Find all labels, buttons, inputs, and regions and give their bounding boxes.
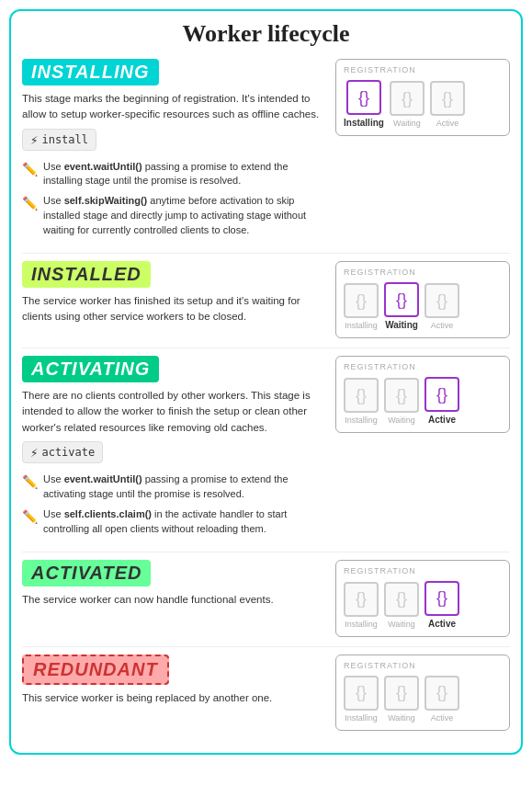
pencil-icon-1: ✏️ — [22, 160, 38, 178]
section-left-installing: INSTALLING This stage marks the beginnin… — [22, 59, 326, 244]
badge-activating: ACTIVATING — [22, 356, 159, 382]
tip-activating-2-text: Use self.clients.claim() in the activate… — [43, 507, 326, 537]
reg-item-label-waiting: Waiting — [393, 119, 421, 128]
tip-installing-2: ✏️ Use self.skipWaiting() anytime before… — [22, 194, 326, 238]
reg-item-label-activated-active: Active — [428, 619, 456, 629]
reg-item-label-redundant-installing: Installing — [345, 713, 378, 723]
reg-label-installed: REGISTRATION — [344, 268, 502, 277]
reg-icon-activating-active: {} — [424, 377, 459, 412]
reg-item-installing-2: {} Waiting — [390, 81, 424, 128]
desc-installed: The service worker has finished its setu… — [22, 293, 326, 325]
reg-icon-redundant-waiting: {} — [384, 676, 419, 711]
reg-icon-redundant-installing: {} — [344, 676, 379, 711]
reg-items-installed: {} Installing {} Waiting {} Active — [344, 282, 502, 330]
reg-item-installing-1: {} Installing — [344, 80, 384, 128]
reg-label-redundant: REGISTRATION — [344, 661, 502, 670]
reg-item-redundant-2: {} Waiting — [384, 676, 419, 723]
divider-2 — [22, 347, 510, 348]
reg-item-label-redundant-active: Active — [431, 713, 454, 723]
reg-icon-redundant-active: {} — [424, 676, 459, 711]
reg-item-label-activating-installing: Installing — [345, 416, 378, 425]
reg-item-label-installing: Installing — [344, 118, 384, 128]
badge-redundant: REDUNDANT — [22, 655, 169, 685]
reg-item-label-installed-installing: Installing — [345, 321, 378, 330]
reg-icon-installed-active: {} — [424, 283, 459, 318]
tip-activating-2: ✏️ Use self.clients.claim() in the activ… — [22, 507, 326, 537]
reg-item-activating-1: {} Installing — [344, 378, 379, 425]
divider-4 — [22, 646, 510, 647]
reg-item-label-activating-waiting: Waiting — [388, 416, 415, 425]
reg-label-installing: REGISTRATION — [344, 65, 502, 74]
desc-activated: The service worker can now handle functi… — [22, 592, 326, 608]
reg-item-activated-3: {} Active — [424, 581, 459, 629]
reg-item-activating-3: {} Active — [424, 377, 459, 425]
section-redundant: REDUNDANT This service worker is being r… — [22, 655, 510, 731]
desc-activating: There are no clients controlled by other… — [22, 388, 326, 436]
reg-box-installed: REGISTRATION {} Installing {} Waiting {} — [335, 261, 510, 338]
pencil-icon-2: ✏️ — [22, 194, 38, 212]
reg-item-label-activated-waiting: Waiting — [388, 620, 415, 629]
badge-installing: INSTALLING — [22, 59, 159, 85]
lightning-icon: ⚡ — [30, 132, 38, 147]
badge-activated: ACTIVATED — [22, 560, 151, 586]
reg-items-installing: {} Installing {} Waiting {} Active — [344, 80, 502, 128]
tips-activating: ✏️ Use event.waitUntil() passing a promi… — [22, 473, 326, 537]
section-right-installed: REGISTRATION {} Installing {} Waiting {} — [335, 261, 510, 338]
page-title: Worker lifecycle — [22, 20, 510, 48]
tip-installing-2-text: Use self.skipWaiting() anytime before ac… — [43, 194, 326, 238]
reg-item-activated-1: {} Installing — [344, 582, 379, 629]
reg-box-activated: REGISTRATION {} Installing {} Waiting {} — [335, 560, 510, 637]
divider-3 — [22, 552, 510, 552]
reg-item-label-installed-waiting: Waiting — [385, 320, 418, 330]
reg-icon-waiting: {} — [390, 81, 424, 116]
lightning-icon-activate: ⚡ — [30, 445, 38, 460]
reg-item-installing-3: {} Active — [430, 81, 465, 128]
reg-item-activating-2: {} Waiting — [384, 378, 419, 425]
event-activate-label: activate — [41, 446, 95, 459]
pencil-icon-4: ✏️ — [22, 507, 38, 526]
event-activate: ⚡ activate — [22, 441, 103, 463]
section-left-redundant: REDUNDANT This service worker is being r… — [22, 655, 326, 712]
reg-item-label-activating-active: Active — [428, 415, 456, 425]
tips-installing: ✏️ Use event.waitUntil() passing a promi… — [22, 160, 326, 239]
desc-installing: This stage marks the beginning of regist… — [22, 91, 326, 123]
reg-icon-installed-installing: {} — [344, 283, 379, 318]
event-install: ⚡ install — [22, 129, 96, 151]
reg-icon-activating-installing: {} — [344, 378, 379, 413]
tip-installing-1: ✏️ Use event.waitUntil() passing a promi… — [22, 160, 326, 189]
reg-item-label-redundant-waiting: Waiting — [388, 713, 415, 723]
section-installing: INSTALLING This stage marks the beginnin… — [22, 59, 510, 244]
page-container: Worker lifecycle INSTALLING This stage m… — [9, 9, 523, 755]
tip-installing-1-text: Use event.waitUntil() passing a promise … — [43, 160, 326, 189]
pencil-icon-3: ✏️ — [22, 473, 38, 491]
divider-1 — [22, 253, 510, 254]
reg-items-redundant: {} Installing {} Waiting {} Active — [344, 676, 502, 723]
reg-box-redundant: REGISTRATION {} Installing {} Waiting {} — [335, 655, 510, 731]
reg-item-label-installed-active: Active — [431, 321, 454, 330]
tip-activating-1: ✏️ Use event.waitUntil() passing a promi… — [22, 473, 326, 502]
reg-item-label-active: Active — [436, 119, 459, 128]
badge-installed: INSTALLED — [22, 261, 151, 288]
reg-item-label-activated-installing: Installing — [345, 620, 378, 629]
section-installed: INSTALLED The service worker has finishe… — [22, 261, 510, 338]
reg-item-installed-3: {} Active — [424, 283, 459, 330]
section-left-activated: ACTIVATED The service worker can now han… — [22, 560, 326, 613]
section-right-activated: REGISTRATION {} Installing {} Waiting {} — [335, 560, 510, 637]
reg-item-activated-2: {} Waiting — [384, 582, 419, 629]
reg-label-activating: REGISTRATION — [344, 362, 502, 371]
reg-item-redundant-3: {} Active — [424, 676, 459, 723]
reg-icon-activated-active: {} — [424, 581, 459, 616]
reg-item-installed-1: {} Installing — [344, 283, 379, 330]
reg-icon-installing-active: {} — [346, 80, 381, 115]
reg-item-redundant-1: {} Installing — [344, 676, 379, 723]
reg-icon-activated-waiting: {} — [384, 582, 419, 617]
event-install-label: install — [41, 133, 88, 146]
section-right-activating: REGISTRATION {} Installing {} Waiting {} — [335, 356, 510, 433]
section-activating: ACTIVATING There are no clients controll… — [22, 356, 510, 542]
section-left-activating: ACTIVATING There are no clients controll… — [22, 356, 326, 542]
reg-box-installing: REGISTRATION {} Installing {} Waiting {} — [335, 59, 510, 136]
reg-box-activating: REGISTRATION {} Installing {} Waiting {} — [335, 356, 510, 433]
section-left-installed: INSTALLED The service worker has finishe… — [22, 261, 326, 331]
tip-activating-1-text: Use event.waitUntil() passing a promise … — [43, 473, 326, 502]
desc-redundant: This service worker is being replaced by… — [22, 690, 326, 706]
